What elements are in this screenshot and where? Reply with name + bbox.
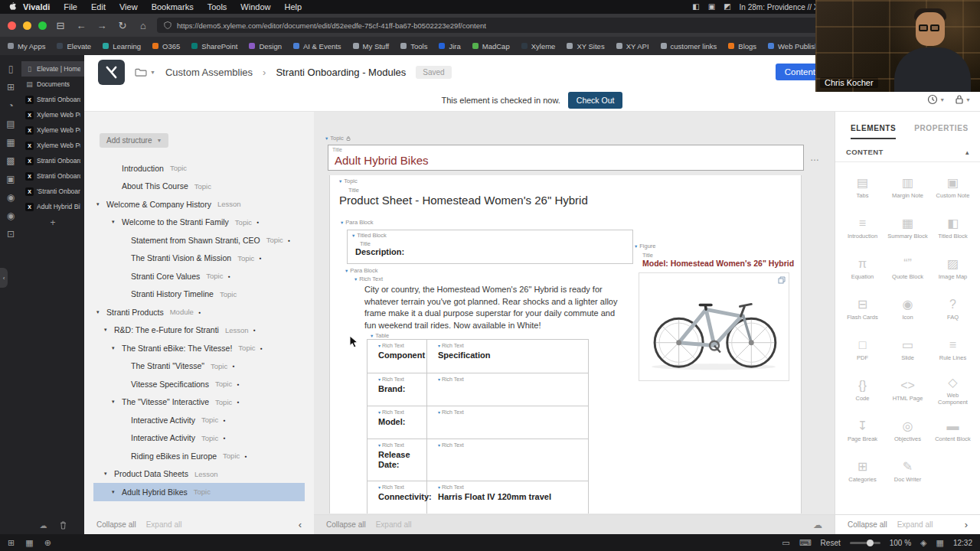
workspace-item[interactable]: ▯ Elevate | Home	[21, 61, 84, 77]
copy-icon[interactable]	[778, 276, 786, 284]
menu-item[interactable]: Bookmarks	[145, 2, 201, 11]
globe-icon[interactable]: ⊕	[44, 539, 51, 547]
table-cell[interactable]: ▾ Rich Text Model:	[368, 406, 427, 439]
tree-item[interactable]: ▾ Stranti History Timeline Topic ●	[93, 285, 305, 304]
table-cell[interactable]: ▾ Rich Text Brand:	[368, 373, 427, 406]
menu-item[interactable]: File	[57, 2, 84, 11]
zoom-reset-button[interactable]: Reset	[821, 539, 841, 547]
expand-caret-icon[interactable]: ▾	[96, 201, 106, 207]
table-cell[interactable]: ▾ Rich Text	[427, 439, 588, 481]
table-cell[interactable]: ▾ Rich Text Component	[368, 340, 427, 373]
expand-all-link[interactable]: Expand all	[146, 520, 182, 529]
element-tile[interactable]: “” Quote Block	[885, 249, 930, 289]
spec-table[interactable]: ▾ Rich Text Component ▾ Rich Text Specif…	[367, 340, 589, 514]
description-label-text[interactable]: Description:	[355, 247, 404, 256]
table-cell[interactable]: ▾ Rich Text Specification	[427, 340, 588, 373]
expand-panel-icon[interactable]: ›	[965, 519, 968, 530]
table-cell[interactable]: ▾ Rich Text Release Date:	[368, 439, 427, 481]
menu-item[interactable]: Window	[234, 2, 277, 11]
element-tile[interactable]: ▬ Content Block	[930, 411, 975, 452]
tree-item[interactable]: ▾ About This Course Topic ●	[93, 178, 305, 196]
bookmark-item[interactable]: MadCap	[472, 42, 510, 51]
body-paragraph[interactable]: City or country, the Homestead Women's 2…	[364, 284, 619, 331]
workspace-item[interactable]: X Stranti Onboarding	[21, 92, 84, 107]
shield-status-icon[interactable]: ◧	[692, 3, 699, 11]
forward-button[interactable]: →	[95, 21, 109, 31]
check-out-button[interactable]: Check Out	[568, 92, 623, 109]
workspace-item[interactable]: X Xyleme Web Publis	[21, 107, 84, 122]
element-tile[interactable]: ▥ Margin Note	[885, 168, 930, 208]
workspace-item[interactable]: X Adult Hybrid Bikes	[21, 199, 84, 214]
bookmark-item[interactable]: Jira	[439, 42, 460, 51]
table-row[interactable]: ▾ Rich Text Release Date: ▾ Rich Text	[367, 439, 589, 481]
tab-properties[interactable]: PROPERTIES	[914, 124, 968, 139]
element-tile[interactable]: ◇ Web Component	[930, 370, 975, 411]
element-tile[interactable]: □ PDF	[840, 330, 885, 370]
content-section-header[interactable]: CONTENT ▴	[835, 139, 980, 162]
keyboard-icon[interactable]: ⌨	[799, 539, 812, 547]
expand-caret-icon[interactable]: ▾	[104, 471, 114, 477]
add-panel-icon[interactable]: ⊡	[7, 230, 15, 239]
topic-block-label[interactable]: ▾ Topic	[325, 135, 351, 142]
workspace-item[interactable]: ▤ Documents	[21, 77, 84, 92]
table-block-label[interactable]: ▾Table	[371, 333, 389, 339]
reload-button[interactable]: ↻	[116, 21, 129, 31]
bookmark-item[interactable]: Xyleme	[521, 42, 556, 51]
para-block-label[interactable]: ▾Para Block	[341, 220, 374, 226]
expand-caret-icon[interactable]: ▾	[112, 489, 122, 495]
element-tile[interactable]: ✎ Doc Writer	[885, 452, 930, 492]
downloads-panel-icon[interactable]: ▦	[6, 138, 15, 147]
workspace-item[interactable]: X Stranti Onboarding	[21, 168, 84, 184]
workspace-item[interactable]: X 'Stranti Onboarding	[21, 184, 84, 199]
bookmarks-panel-icon[interactable]: ▯	[8, 64, 14, 73]
web-panel-icon-2[interactable]: ◉	[7, 211, 15, 220]
collapse-all-link[interactable]: Collapse all	[848, 520, 887, 529]
notes-panel-icon[interactable]: ▤	[6, 119, 15, 129]
cell-text[interactable]: Connectivity:	[378, 492, 422, 502]
cell-text[interactable]: Harris Float IV 120mm travel	[438, 492, 583, 502]
lock-dropdown-button[interactable]: ▼	[955, 94, 971, 105]
cell-text[interactable]: Component	[378, 350, 422, 360]
table-cell[interactable]: ▾ Rich Text Connectivity:	[368, 481, 427, 514]
collapse-all-link[interactable]: Collapse all	[96, 520, 136, 529]
workspace-item[interactable]: X Xyleme Web Publis	[21, 138, 84, 153]
element-tile[interactable]: ▭ Slide	[885, 330, 930, 370]
screen-record-icon[interactable]: ▣	[708, 3, 715, 11]
reading-panel-icon[interactable]: ▩	[6, 156, 15, 165]
add-structure-button[interactable]: Add structure ▼	[100, 133, 168, 148]
workspace-item[interactable]: X Xyleme Web Publis	[21, 122, 84, 138]
trash-icon[interactable]	[60, 521, 67, 530]
rich-text-label[interactable]: ▾Rich Text	[354, 276, 383, 282]
element-tile[interactable]: ≡ Rule Lines	[930, 330, 975, 370]
cell-text[interactable]: Specification	[438, 350, 583, 360]
tree-item[interactable]: ▾ R&D: The e-Future for Stranti Lesson ●	[93, 321, 305, 340]
panel-collapse-handle[interactable]: ‹	[0, 268, 8, 288]
table-row[interactable]: ▾ Rich Text Component ▾ Rich Text Specif…	[367, 339, 589, 373]
bookmark-item[interactable]: Blogs	[728, 42, 756, 51]
collapse-panel-icon[interactable]: ‹	[299, 519, 302, 530]
bookmark-item[interactable]: XY API	[616, 42, 649, 51]
bookmark-item[interactable]: O365	[152, 42, 180, 51]
bookmark-item[interactable]: XY Sites	[567, 42, 604, 51]
expand-caret-icon[interactable]: ▾	[112, 399, 122, 405]
back-button[interactable]: ←	[74, 21, 88, 31]
bookmark-item[interactable]: My Apps	[8, 42, 45, 51]
element-tile[interactable]: ◧ Titled Block	[930, 208, 975, 249]
tile-windows-icon[interactable]: ⊞	[8, 539, 15, 547]
expand-caret-icon[interactable]: ▾	[104, 327, 114, 333]
figure-image[interactable]	[639, 272, 789, 381]
table-cell[interactable]: ▾ Rich Text	[427, 406, 588, 439]
element-tile[interactable]: ▨ Image Map	[930, 249, 975, 289]
expand-all-link[interactable]: Expand all	[897, 520, 933, 529]
element-tile[interactable]: ▣ Custom Note	[930, 168, 975, 208]
xyleme-logo[interactable]	[98, 60, 125, 85]
collapse-caret-icon[interactable]: ▾	[325, 136, 328, 142]
tasks-panel-icon[interactable]: ▣	[6, 174, 15, 184]
chat-status-icon[interactable]: ◩	[724, 3, 730, 11]
element-tile[interactable]: <> HTML Page	[885, 370, 930, 411]
element-tile[interactable]: π Equation	[840, 249, 885, 289]
history-panel-icon[interactable]: ◔	[8, 101, 13, 110]
figure-block-label[interactable]: ▾Figure	[635, 243, 656, 249]
table-row[interactable]: ▾ Rich Text Connectivity: ▾ Rich Text Ha…	[367, 481, 589, 514]
web-panel-icon[interactable]: ◉	[7, 193, 15, 202]
